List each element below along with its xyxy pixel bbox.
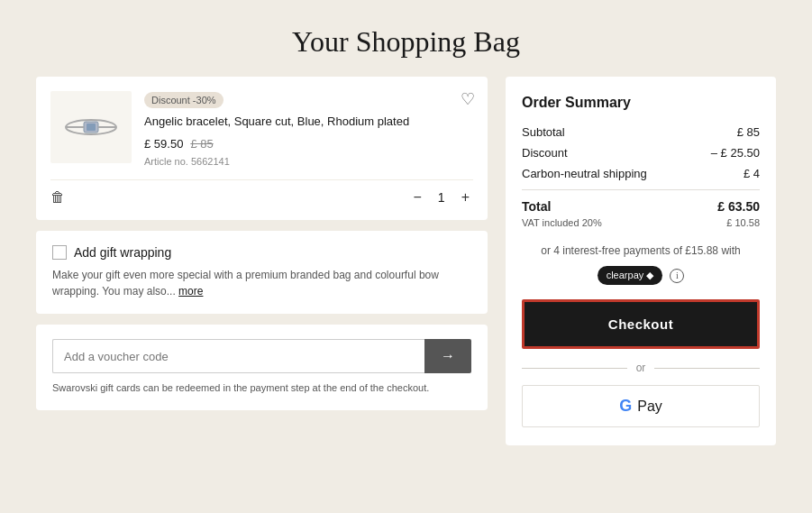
clearpay-badge: clearpay ◆ <box>598 266 663 285</box>
or-text: or <box>636 362 646 374</box>
vat-label: VAT included 20% <box>522 217 602 228</box>
discount-row: Discount – £ 25.50 <box>522 146 760 160</box>
voucher-input[interactable] <box>52 339 424 373</box>
voucher-card: → Swarovski gift cards can be redeemed i… <box>36 325 488 410</box>
gift-wrapping-checkbox[interactable] <box>52 245 67 260</box>
order-summary-card: Order Summary Subtotal £ 85 Discount – £… <box>506 77 776 445</box>
product-info: Discount -30% Angelic bracelet, Square c… <box>144 91 473 167</box>
subtotal-value: £ 85 <box>737 125 760 139</box>
right-column: Order Summary Subtotal £ 85 Discount – £… <box>506 77 776 445</box>
voucher-submit-button[interactable]: → <box>424 339 471 373</box>
or-divider: or <box>522 362 760 374</box>
gift-header: Add gift wrapping <box>52 245 471 260</box>
svg-rect-2 <box>87 124 96 131</box>
or-line-right <box>654 368 760 369</box>
vat-value: £ 10.58 <box>726 217 760 228</box>
gift-wrapping-card: Add gift wrapping Make your gift even mo… <box>36 231 488 314</box>
info-icon[interactable]: i <box>670 269 684 283</box>
total-row: Total £ 63.50 <box>522 199 760 214</box>
quantity-decrease-button[interactable]: − <box>410 189 425 206</box>
left-column: ♡ Discount -30% Angelic bracelet, Square… <box>36 77 488 445</box>
clearpay-row: clearpay ◆ i <box>522 266 760 285</box>
checkout-button[interactable]: Checkout <box>522 299 760 349</box>
gift-wrapping-title: Add gift wrapping <box>74 245 171 260</box>
total-label: Total <box>522 199 551 214</box>
product-actions: 🗑 − 1 + <box>50 179 473 206</box>
quantity-value: 1 <box>438 190 445 205</box>
discount-label: Discount <box>522 146 568 160</box>
vat-row: VAT included 20% £ 10.58 <box>522 217 760 228</box>
article-number: Article no. 5662141 <box>144 156 473 167</box>
gpay-label: Pay <box>637 398 662 415</box>
page-title: Your Shopping Bag <box>0 0 812 77</box>
subtotal-row: Subtotal £ 85 <box>522 125 760 139</box>
shipping-label: Carbon-neutral shipping <box>522 167 647 180</box>
shipping-value: £ 4 <box>744 167 760 180</box>
installment-text: or 4 interest-free payments of £15.88 wi… <box>522 243 760 259</box>
or-line-left <box>522 368 627 369</box>
voucher-note: Swarovski gift cards can be redeemed in … <box>52 380 471 396</box>
gpay-button[interactable]: G Pay <box>522 385 760 427</box>
wishlist-icon[interactable]: ♡ <box>461 89 475 109</box>
price-current: £ 59.50 <box>144 137 183 151</box>
product-image <box>50 91 132 163</box>
total-value: £ 63.50 <box>717 199 760 214</box>
order-summary-title: Order Summary <box>522 95 760 111</box>
gift-wrapping-description: Make your gift even more special with a … <box>52 267 471 299</box>
shipping-row: Carbon-neutral shipping £ 4 <box>522 167 760 180</box>
discount-badge: Discount -30% <box>144 92 224 108</box>
product-price: £ 59.50 £ 85 <box>144 137 473 151</box>
summary-divider <box>522 189 760 190</box>
quantity-increase-button[interactable]: + <box>458 189 473 206</box>
delete-icon[interactable]: 🗑 <box>50 189 65 206</box>
product-name: Angelic bracelet, Square cut, Blue, Rhod… <box>144 114 473 130</box>
product-card: ♡ Discount -30% Angelic bracelet, Square… <box>36 77 488 220</box>
price-original: £ 85 <box>190 137 213 151</box>
gift-more-link[interactable]: more <box>178 285 203 298</box>
quantity-control: − 1 + <box>410 189 473 206</box>
voucher-form: → <box>52 339 471 373</box>
bracelet-svg <box>55 109 127 145</box>
gpay-g-icon: G <box>619 397 632 416</box>
discount-value: – £ 25.50 <box>711 146 760 160</box>
subtotal-label: Subtotal <box>522 125 565 139</box>
